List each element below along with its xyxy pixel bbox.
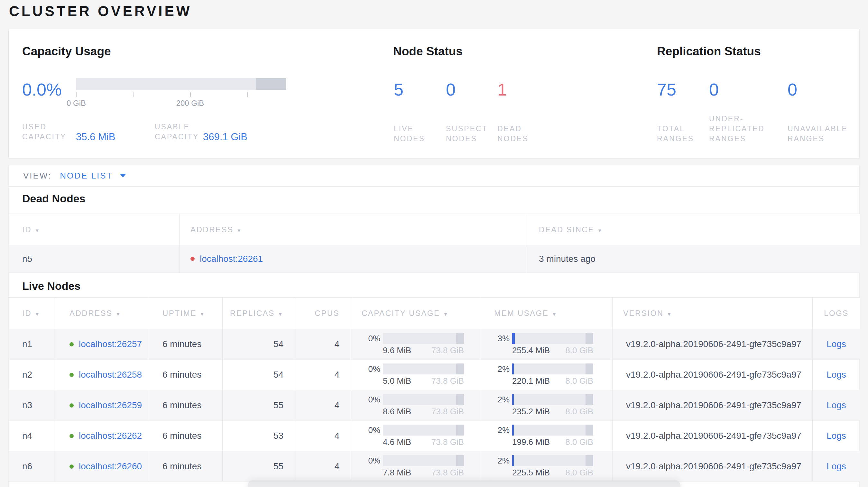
node-address-link[interactable]: localhost:26260	[79, 461, 142, 472]
live-nodes-label: LIVE NODES	[394, 124, 425, 144]
capacity-minibar-reserved	[456, 333, 464, 344]
node-version-cell: v19.2.0-alpha.20190606-2491-gfe735c9a97	[612, 421, 812, 451]
node-replicas-cell: 53	[222, 421, 296, 451]
mem-minibar	[512, 425, 593, 435]
node-mem-usage-cell: 2% 235.2 MiB 8.0 GiB	[481, 390, 612, 421]
live-node-row: n4 localhost:26262 6 minutes 53 4 0% 4.6…	[9, 421, 859, 451]
mem-minibar-fill	[512, 363, 514, 375]
col-header-capacity-usage-label: CAPACITY USAGE	[362, 309, 440, 318]
mem-minibar-fill	[512, 455, 514, 466]
dead-node-dead-since-cell: 3 minutes ago	[526, 245, 860, 273]
mem-total-value: 8.0 GiB	[565, 468, 593, 478]
col-header-uptime[interactable]: UPTIME	[149, 297, 222, 329]
sort-desc-icon	[35, 225, 40, 234]
node-capacity-usage-cell: 0% 5.0 MiB 73.8 GiB	[352, 360, 481, 390]
mem-percent: 2%	[491, 364, 509, 374]
dead-col-header-id-label: ID	[22, 225, 32, 234]
col-header-capacity-usage[interactable]: CAPACITY USAGE	[352, 297, 481, 329]
used-capacity-legend: USED CAPACITY 35.6 MiB	[22, 122, 115, 142]
node-version-cell: v19.2.0-alpha.20190606-2491-gfe735c9a97	[612, 360, 812, 390]
col-header-uptime-label: UPTIME	[162, 309, 196, 318]
mem-minibar-reserved	[586, 363, 593, 375]
dead-node-address-link[interactable]: localhost:26261	[200, 254, 263, 264]
axis-label-200gib: 200 GiB	[171, 99, 210, 108]
col-header-replicas[interactable]: REPLICAS	[222, 297, 296, 329]
cluster-summary-card: Capacity Usage 0.0% 0 GiB 200 GiB USED C…	[8, 29, 860, 158]
logs-link[interactable]: Logs	[827, 339, 846, 349]
axis-tick-200	[190, 92, 191, 97]
dead-status-dot-icon	[190, 257, 195, 261]
node-uptime-cell: 6 minutes	[149, 329, 222, 360]
view-dropdown[interactable]: NODE LIST	[60, 171, 126, 181]
node-replicas-cell: 54	[222, 360, 296, 390]
logs-link[interactable]: Logs	[827, 400, 846, 411]
live-nodes-title: Live Nodes	[9, 280, 859, 292]
capacity-usage-heading: Capacity Usage	[22, 45, 111, 58]
dead-col-header-dead-since[interactable]: DEAD SINCE	[526, 214, 860, 245]
col-header-mem-usage[interactable]: MEM USAGE	[481, 297, 612, 329]
capacity-minibar	[383, 455, 464, 466]
dead-node-id-cell: n5	[9, 245, 179, 273]
dead-col-header-id[interactable]: ID	[9, 214, 179, 245]
col-header-address[interactable]: ADDRESS	[54, 297, 149, 329]
node-address-cell: localhost:26260	[54, 451, 149, 482]
sort-desc-icon	[597, 225, 603, 234]
node-capacity-usage-cell: 0% 4.6 MiB 73.8 GiB	[352, 421, 481, 451]
node-address-link[interactable]: localhost:26257	[79, 339, 142, 349]
node-uptime-cell: 6 minutes	[149, 360, 222, 390]
mem-percent: 3%	[491, 333, 509, 344]
live-node-row: n6 localhost:26260 6 minutes 55 4 0% 7.8…	[9, 451, 859, 482]
mem-total-value: 8.0 GiB	[565, 407, 593, 417]
view-dropdown-value: NODE LIST	[60, 171, 113, 181]
node-address-link[interactable]: localhost:26259	[79, 400, 142, 411]
node-id-cell: n2	[9, 360, 54, 390]
capacity-gauge-reserved	[256, 78, 286, 90]
capacity-total-value: 73.8 GiB	[431, 437, 464, 447]
logs-link[interactable]: Logs	[827, 369, 846, 380]
node-address-link[interactable]: localhost:26258	[79, 369, 142, 380]
mem-used-value: 235.2 MiB	[512, 407, 550, 417]
logs-link[interactable]: Logs	[827, 431, 846, 441]
node-logs-cell: Logs	[812, 451, 860, 482]
node-version-cell: v19.2.0-alpha.20190606-2491-gfe735c9a97	[612, 451, 812, 482]
live-node-row: n3 localhost:26259 6 minutes 55 4 0% 8.6…	[9, 390, 859, 421]
live-status-dot-icon	[69, 464, 74, 469]
logs-link[interactable]: Logs	[827, 461, 846, 472]
capacity-minibar-reserved	[456, 425, 464, 435]
live-node-row: n2 localhost:26258 6 minutes 54 4 0% 5.0…	[9, 360, 859, 390]
capacity-percent: 0%	[362, 364, 380, 374]
capacity-percent: 0%	[362, 333, 380, 344]
node-mem-usage-cell: 2% 220.1 MiB 8.0 GiB	[481, 360, 612, 390]
mem-minibar-fill	[512, 333, 515, 344]
cluster-overview-page: CLUSTER OVERVIEW Capacity Usage 0.0% 0 G…	[0, 0, 868, 487]
node-address-cell: localhost:26257	[54, 329, 149, 360]
node-id-cell: n1	[9, 329, 54, 360]
node-address-link[interactable]: localhost:26262	[79, 431, 142, 441]
used-capacity-value: 35.6 MiB	[76, 131, 115, 143]
dead-nodes-header-row: ID ADDRESS DEAD SINCE	[9, 214, 859, 245]
mem-minibar-reserved	[586, 425, 593, 435]
col-header-version-label: VERSION	[623, 309, 664, 318]
capacity-percent: 0%	[362, 456, 380, 466]
axis-tick-300	[247, 92, 248, 97]
live-status-dot-icon	[69, 373, 74, 377]
col-header-id[interactable]: ID	[9, 297, 54, 329]
capacity-minibar	[383, 363, 464, 375]
node-capacity-usage-cell: 0% 8.6 MiB 73.8 GiB	[352, 390, 481, 421]
axis-tick-0	[76, 92, 76, 97]
dead-node-row: n5 localhost:26261 3 minutes ago	[9, 245, 859, 273]
col-header-version[interactable]: VERSION	[612, 297, 812, 329]
node-mem-usage-cell: 3% 255.4 MiB 8.0 GiB	[481, 329, 612, 360]
dead-nodes-count: 1	[497, 79, 507, 99]
usable-capacity-label: USABLE CAPACITY	[155, 122, 203, 142]
capacity-minibar-reserved	[456, 363, 464, 375]
node-capacity-usage-cell: 0% 7.8 MiB 73.8 GiB	[352, 451, 481, 482]
mem-minibar	[512, 394, 593, 405]
mem-used-value: 220.1 MiB	[512, 376, 550, 386]
dead-col-header-address[interactable]: ADDRESS	[179, 214, 526, 245]
nodes-section: Dead Nodes ID ADDRESS DEAD SINCE n5 loca…	[8, 187, 860, 487]
node-logs-cell: Logs	[812, 329, 860, 360]
axis-label-0gib: 0 GiB	[61, 99, 91, 108]
node-id-cell: n6	[9, 451, 54, 482]
view-label: VIEW:	[23, 171, 52, 181]
